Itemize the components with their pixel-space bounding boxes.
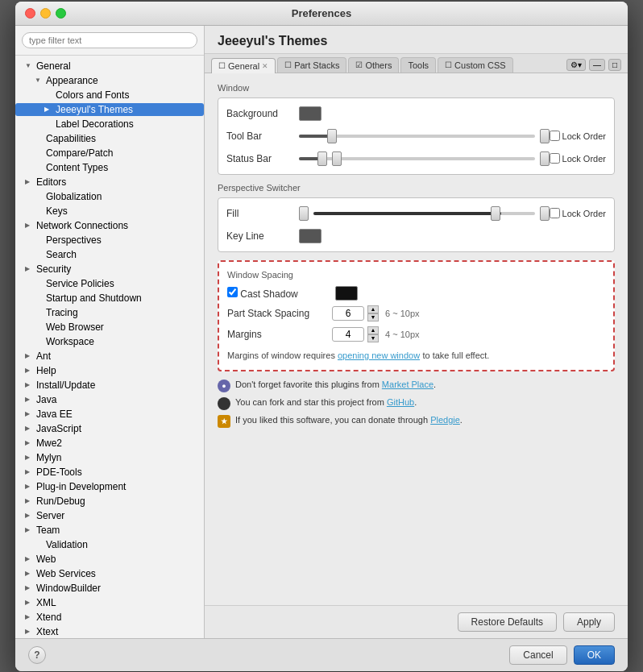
spacing-info-link[interactable]: opening new window	[338, 351, 420, 360]
tree-item-workspace[interactable]: Workspace	[15, 334, 204, 349]
tab-minimize-button[interactable]: —	[589, 59, 605, 71]
fill-thumb1[interactable]	[299, 206, 309, 221]
fill-thumb2[interactable]	[491, 206, 500, 221]
tab-maximize-button[interactable]: □	[608, 59, 621, 71]
tree-item-help[interactable]: ▶ Help	[15, 363, 204, 378]
cancel-button[interactable]: Cancel	[509, 645, 566, 665]
margins-down[interactable]: ▼	[367, 334, 379, 342]
search-input[interactable]	[22, 32, 197, 48]
tab-custom-css[interactable]: ☐ Custom CSS	[438, 57, 513, 73]
tab-others[interactable]: ☑ Others	[348, 57, 399, 73]
tree-item-network-connections[interactable]: ▶ Network Connections	[15, 218, 204, 233]
arrow-icon: ▶	[25, 352, 35, 359]
tree-item-pde-tools[interactable]: ▶ PDE-Tools	[15, 465, 204, 479]
tree-item-jeeeyuls-themes[interactable]: ▶ Jeeeyul's Themes	[15, 102, 204, 117]
restore-defaults-button[interactable]: Restore Defaults	[458, 612, 557, 632]
spacing-info: Margins of window requires opening new w…	[227, 349, 605, 363]
arrow-icon: ▶	[25, 468, 35, 475]
fill-slider[interactable]	[299, 206, 550, 221]
tree-item-appearance[interactable]: ▼ Appearance	[15, 73, 204, 88]
part-stack-down[interactable]: ▼	[367, 313, 379, 321]
tree-item-java-ee[interactable]: ▶ Java EE	[15, 407, 204, 421]
marketplace-link[interactable]: Market Place	[382, 380, 434, 389]
margins-up[interactable]: ▲	[367, 326, 379, 334]
ok-button[interactable]: OK	[574, 645, 615, 665]
tree-item-label-decorations[interactable]: Label Decorations	[15, 117, 204, 131]
tree-item-web-services[interactable]: ▶ Web Services	[15, 566, 204, 581]
fill-lock-checkbox[interactable]	[550, 208, 560, 218]
part-stack-up[interactable]: ▲	[367, 305, 379, 313]
tree-item-keys[interactable]: Keys	[15, 204, 204, 218]
background-row: Background	[226, 105, 606, 122]
tree-item-xtend[interactable]: ▶ Xtend	[15, 610, 204, 624]
tree-item-capabilities[interactable]: Capabilities	[15, 131, 204, 146]
tab-general[interactable]: ☐ General ✕	[211, 58, 276, 73]
tree-item-startup-shutdown[interactable]: Startup and Shutdown	[15, 291, 204, 305]
tree-item-editors[interactable]: ▶ Editors	[15, 175, 204, 189]
info-text-github: You can fork and star this project from …	[235, 397, 417, 407]
window-settings-group: Background Tool Bar	[218, 97, 615, 175]
tree-item-ant[interactable]: ▶ Ant	[15, 349, 204, 363]
tree-item-service-policies[interactable]: Service Policies	[15, 276, 204, 291]
tree-item-java[interactable]: ▶ Java	[15, 392, 204, 407]
arrow-icon: ▶	[25, 613, 35, 620]
minimize-button[interactable]	[40, 8, 51, 19]
statusbar-slider[interactable]	[299, 151, 550, 166]
tab-menu-button[interactable]: ⚙▾	[566, 59, 586, 71]
tree-item-team[interactable]: ▶ Team	[15, 523, 204, 537]
cast-shadow-checkbox[interactable]	[227, 287, 238, 297]
tab-part-stacks[interactable]: ☐ Part Stacks	[277, 57, 346, 73]
statusbar-label: Status Bar	[226, 153, 299, 164]
tree-item-run-debug[interactable]: ▶ Run/Debug	[15, 494, 204, 508]
tree-item-web[interactable]: ▶ Web	[15, 552, 204, 566]
keyline-color-swatch[interactable]	[299, 229, 322, 243]
tab-tools[interactable]: Tools	[400, 57, 436, 73]
background-color-swatch[interactable]	[299, 106, 322, 121]
tree-item-validation[interactable]: Validation	[15, 537, 204, 552]
tree-item-mylyn[interactable]: ▶ Mylyn	[15, 450, 204, 465]
part-stack-input[interactable]	[332, 306, 364, 321]
github-link[interactable]: GitHub	[387, 397, 414, 407]
info-text-pledgie: If you liked this software, you can dona…	[235, 415, 463, 425]
tree-item-web-browser[interactable]: Web Browser	[15, 320, 204, 334]
fill-label: Fill	[226, 208, 299, 219]
toolbar-end-thumb[interactable]	[540, 129, 550, 143]
arrow-icon: ▶	[25, 555, 35, 562]
tree-item-xml[interactable]: ▶ XML	[15, 595, 204, 610]
tree-item-server[interactable]: ▶ Server	[15, 508, 204, 523]
tree-item-search[interactable]: Search	[15, 247, 204, 262]
arrow-icon: ▶	[25, 178, 35, 185]
tab-close-general[interactable]: ✕	[262, 62, 268, 70]
tree-item-globalization[interactable]: Globalization	[15, 189, 204, 204]
arrow-icon: ▶	[25, 628, 35, 635]
tree-item-mwe2[interactable]: ▶ Mwe2	[15, 436, 204, 450]
statusbar-end-thumb[interactable]	[540, 151, 550, 166]
tree-item-colors-fonts[interactable]: Colors and Fonts	[15, 88, 204, 102]
statusbar-lock-checkbox[interactable]	[550, 153, 560, 164]
tree-item-xtext[interactable]: ▶ Xtext	[15, 624, 204, 638]
tree-item-javascript[interactable]: ▶ JavaScript	[15, 421, 204, 436]
toolbar-slider[interactable]	[299, 129, 550, 143]
help-button[interactable]: ?	[28, 646, 46, 664]
close-button[interactable]	[25, 8, 35, 19]
maximize-button[interactable]	[56, 8, 66, 19]
toolbar-lock-checkbox[interactable]	[550, 131, 560, 141]
tree-item-window-builder[interactable]: ▶ WindowBuilder	[15, 581, 204, 595]
statusbar-thumb1[interactable]	[317, 151, 327, 166]
tree-item-general[interactable]: ▼ General	[15, 59, 204, 73]
toolbar-thumb[interactable]	[327, 129, 337, 143]
tree-item-compare-patch[interactable]: Compare/Patch	[15, 146, 204, 160]
tree-item-plug-in-dev[interactable]: ▶ Plug-in Development	[15, 479, 204, 494]
margins-input[interactable]	[332, 327, 364, 342]
tree-item-content-types[interactable]: Content Types	[15, 160, 204, 175]
tree-item-install-update[interactable]: ▶ Install/Update	[15, 378, 204, 392]
pledgie-link[interactable]: Pledgie	[430, 415, 460, 425]
tree-item-security[interactable]: ▶ Security	[15, 262, 204, 276]
tree-item-perspectives[interactable]: Perspectives	[15, 233, 204, 247]
cast-shadow-color[interactable]	[335, 286, 358, 301]
fill-end-thumb[interactable]	[540, 206, 550, 221]
margins-label: Margins	[227, 329, 332, 340]
tree-item-tracing[interactable]: Tracing	[15, 305, 204, 320]
statusbar-thumb2[interactable]	[332, 151, 342, 166]
apply-button[interactable]: Apply	[563, 612, 615, 632]
